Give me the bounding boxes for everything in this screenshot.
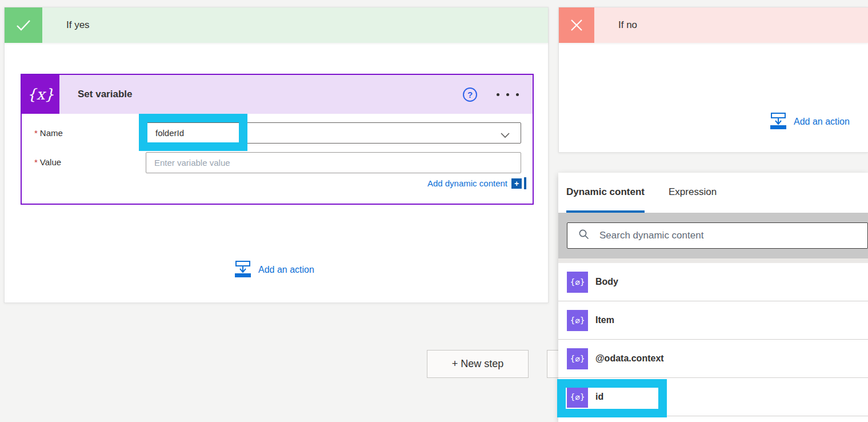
name-field-label: *Name xyxy=(34,128,63,138)
tab-dynamic-content[interactable]: Dynamic content xyxy=(566,186,645,213)
list-item-id[interactable]: {⌀} id xyxy=(558,378,868,416)
variable-name-value: folderId xyxy=(146,128,184,138)
if-no-header[interactable]: If no xyxy=(559,7,868,43)
dynamic-content-icon: {⌀} xyxy=(567,348,588,369)
dynamic-content-panel: Dynamic content Expression {⌀} Body {⌀} … xyxy=(558,173,868,422)
tab-expression[interactable]: Expression xyxy=(669,186,717,213)
set-variable-card: {x} Set variable ? *Name folderId *Value… xyxy=(21,74,534,205)
add-dynamic-content-link[interactable]: Add dynamic content + xyxy=(427,177,526,189)
panel-tabs: Dynamic content Expression xyxy=(558,173,868,213)
new-step-button[interactable]: + New step xyxy=(427,350,529,378)
search-band xyxy=(558,213,868,258)
dynamic-content-icon: {⌀} xyxy=(567,272,588,293)
search-icon xyxy=(578,229,590,242)
value-field-label: *Value xyxy=(34,157,61,167)
required-marker: * xyxy=(34,157,38,167)
if-no-branch: If no Add an action xyxy=(558,7,868,153)
if-no-title: If no xyxy=(618,19,637,31)
set-variable-card-header[interactable]: {x} Set variable ? xyxy=(22,75,533,114)
chevron-down-icon xyxy=(500,130,510,141)
dynamic-content-icon: {⌀} xyxy=(567,387,588,408)
plus-icon: + xyxy=(511,178,522,189)
search-box[interactable] xyxy=(567,222,868,249)
if-yes-branch: If yes {x} Set variable ? *Name folderId… xyxy=(4,7,549,303)
dynamic-content-list: {⌀} Body {⌀} Item {⌀} @odata.context {⌀}… xyxy=(558,263,868,416)
card-header-actions: ? xyxy=(463,87,533,102)
set-variable-icon: {x} xyxy=(22,75,59,114)
value-input[interactable] xyxy=(146,152,521,173)
required-marker: * xyxy=(34,128,38,138)
more-options-icon[interactable] xyxy=(495,90,520,99)
help-icon[interactable]: ? xyxy=(463,87,477,102)
x-icon xyxy=(559,7,594,43)
variable-name-dropdown[interactable]: folderId xyxy=(145,122,521,144)
add-action-icon xyxy=(769,112,787,132)
band-strip xyxy=(558,258,868,263)
if-yes-title: If yes xyxy=(66,19,90,31)
add-action-link-yes[interactable]: Add an action xyxy=(234,260,314,280)
text-cursor-bar xyxy=(524,177,526,189)
if-yes-header[interactable]: If yes xyxy=(5,7,548,43)
add-action-link-no[interactable]: Add an action xyxy=(769,112,850,132)
dynamic-content-icon: {⌀} xyxy=(567,310,588,331)
set-variable-title: Set variable xyxy=(78,89,132,100)
list-item-item[interactable]: {⌀} Item xyxy=(558,301,868,340)
list-item-odata-context[interactable]: {⌀} @odata.context xyxy=(558,340,868,378)
list-item-body[interactable]: {⌀} Body xyxy=(558,263,868,301)
search-input[interactable] xyxy=(599,230,867,241)
add-action-icon xyxy=(234,260,252,280)
check-icon xyxy=(5,7,42,43)
